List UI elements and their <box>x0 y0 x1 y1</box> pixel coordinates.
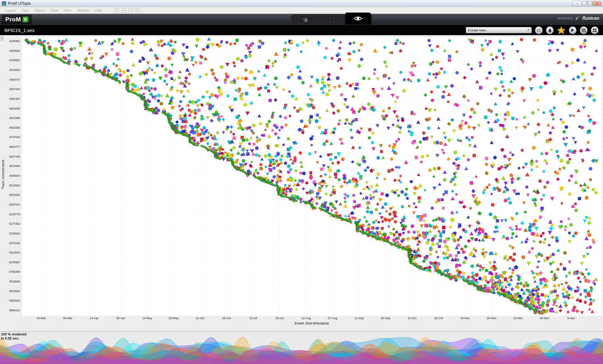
y-axis-title: Trace: concept:name <box>1 154 5 195</box>
y-tick-label: 5313975 <box>6 251 20 254</box>
designed-by-label: designed by <box>558 17 573 20</box>
y-tick-label: 5248926 <box>6 232 20 235</box>
grid-icon <box>593 28 597 32</box>
eye-icon <box>353 15 363 22</box>
window-titlebar: ProM UITopia – ❐ × <box>0 0 603 7</box>
y-tick-label: 5376987 <box>6 261 20 264</box>
dotted-chart-canvas[interactable] <box>22 37 602 316</box>
minimize-button[interactable]: – <box>572 1 582 6</box>
x-tick-label: 26-Oct <box>429 316 448 320</box>
x-tick-label: 10-Dec <box>508 316 527 320</box>
duplicate-view-button[interactable] <box>580 26 588 34</box>
perspective-tabstrip <box>291 14 372 25</box>
y-tick-label: 5273430 <box>6 242 20 245</box>
fluxicon-brand: fluxicon <box>582 16 599 21</box>
x-tick-label: 28-Jun <box>217 316 236 320</box>
stacked-pages-icon <box>302 16 309 23</box>
app-header: ProM 6 designed by fluxicon <box>0 14 603 25</box>
favorite-star-button[interactable] <box>557 26 566 35</box>
tab-workspace[interactable] <box>292 15 318 24</box>
x-tick-label: 30-Mar <box>58 316 77 320</box>
x-tick-label: 15-Mar <box>32 316 51 320</box>
y-tick-label: 4747525 <box>6 136 20 139</box>
filebar: BPIC15_1.xes Create new... ▼ ( ) <box>0 25 603 35</box>
play-icon <box>571 28 574 32</box>
menubar-tool-icon[interactable] <box>114 8 119 13</box>
create-new-label: Create new... <box>468 28 488 32</box>
x-tick-label: 29-Apr <box>111 316 130 320</box>
y-tick-label: 4804777 <box>6 145 20 148</box>
x-tick-label: 13-Jul <box>244 316 263 320</box>
create-new-dropdown[interactable]: Create new... ▼ <box>466 27 532 33</box>
tab-views[interactable] <box>345 13 371 24</box>
prom-version-badge: 6 <box>23 17 28 22</box>
y-tick-label: 4300694 <box>6 49 20 52</box>
layout-grid-button[interactable] <box>591 26 599 34</box>
run-action-button[interactable] <box>569 26 577 34</box>
chevron-down-icon: ▼ <box>527 29 530 32</box>
x-tick-label: 26-Sep <box>376 316 395 320</box>
y-tick-label: 4827106 <box>6 155 20 158</box>
menubar-tool-icon[interactable] <box>121 8 126 13</box>
prom-logo-text: ProM <box>5 16 21 23</box>
density-canvas <box>0 332 603 364</box>
fluxicon-logo-icon <box>575 16 580 21</box>
event-density-panel: 100 % rendered in 0.02 sec. <box>0 331 603 364</box>
y-tick-label: 4557153 <box>6 88 20 91</box>
y-tick-label: 5130775 <box>6 213 20 216</box>
log-file-title: BPIC15_1.xes <box>4 28 35 33</box>
render-status-line2: in 0.02 sec. <box>1 336 26 340</box>
x-tick-label: 28-Jul <box>270 316 289 320</box>
export-xml-button[interactable]: ( ) <box>535 26 543 34</box>
y-tick-label: 5781959 <box>6 270 20 273</box>
x-tick-label: 14-May <box>138 316 156 320</box>
y-tick-label: 5016502 <box>6 184 20 187</box>
x-tick-label: 11-Sep <box>350 316 368 320</box>
y-tick-label: 4604206 <box>6 107 20 110</box>
x-tick-label: 9-Jan <box>562 316 580 320</box>
render-status-line1: 100 % rendered <box>1 332 26 336</box>
x-tick-label: 10-Nov <box>456 316 475 320</box>
brand-box: designed by fluxicon <box>558 16 599 21</box>
close-button[interactable]: × <box>592 1 602 6</box>
x-tick-label: 25-Dec <box>535 316 554 320</box>
y-tick-label: 5051625 <box>6 193 20 196</box>
menu-object[interactable]: Object <box>32 8 47 12</box>
menu-type[interactable]: Type <box>19 8 32 12</box>
y-tick-label: 5097876 <box>6 203 20 206</box>
brackets-icon: ( ) <box>537 28 540 32</box>
dotted-chart-panel: ◂ Trace: concept:name 419538143006944320… <box>0 35 603 331</box>
y-tick-label: 5818846 <box>6 280 20 283</box>
render-status: 100 % rendered in 0.02 sec. <box>1 332 26 340</box>
x-tick-label: 13-Jun <box>191 316 209 320</box>
tab-actions[interactable] <box>319 15 345 24</box>
menubar-tool-icon[interactable] <box>128 8 133 13</box>
app-icon <box>2 1 6 6</box>
menu-table[interactable]: Table <box>47 8 61 12</box>
y-tick-label: 5177352 <box>6 222 20 225</box>
y-tick-label: 5875084 <box>6 290 20 293</box>
filter-button[interactable] <box>546 26 554 34</box>
x-tick-label: 25-Nov <box>482 316 501 320</box>
menubar-tool-icon[interactable] <box>135 8 140 13</box>
x-tick-label: 11-Oct <box>403 316 421 320</box>
menu-view[interactable]: View <box>61 8 74 12</box>
x-tick-label: 27-Aug <box>323 316 342 320</box>
prom-logo: ProM 6 <box>2 15 32 24</box>
droplet-icon <box>548 28 552 32</box>
x-tick-label: 29-May <box>164 316 183 320</box>
menu-window[interactable]: Window <box>74 8 92 12</box>
menu-help[interactable]: Help <box>92 8 105 12</box>
maximize-button[interactable]: ❐ <box>582 1 592 6</box>
y-tick-label: 4879346 <box>6 164 20 168</box>
y-tick-label: 4945924 <box>6 174 20 177</box>
x-tick-label: 14-Apr <box>85 316 104 320</box>
y-tick-label: 4376052 <box>6 68 20 72</box>
x-tick-label: 12-Aug <box>297 316 316 320</box>
y-tick-label: 5984121 <box>6 309 20 312</box>
menu-layout[interactable]: Layout <box>3 8 19 12</box>
x-axis-ticks: 15-Mar30-Mar14-Apr29-Apr14-May29-May13-J… <box>22 316 602 320</box>
collapse-panel-arrow[interactable]: ◂ <box>0 36 4 41</box>
copy-pages-icon <box>582 28 586 32</box>
y-tick-label: 5952610 <box>6 299 20 302</box>
